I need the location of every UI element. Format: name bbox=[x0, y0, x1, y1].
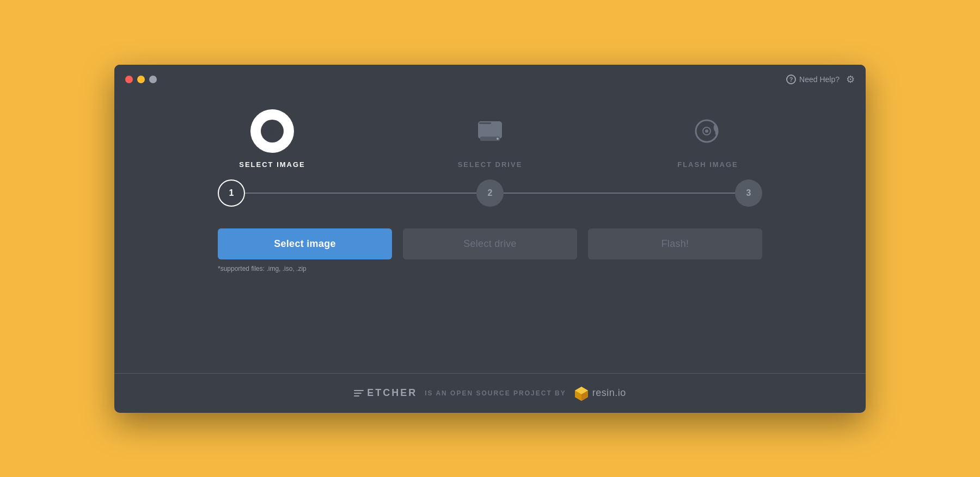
select-image-button[interactable]: Select image bbox=[218, 228, 392, 259]
line-2 bbox=[354, 393, 362, 394]
etcher-logo: ETCHER bbox=[354, 387, 417, 399]
step-2-label: SELECT DRIVE bbox=[458, 160, 523, 169]
footer-tagline: IS AN OPEN SOURCE PROJECT BY bbox=[425, 389, 566, 397]
flash-button[interactable]: Flash! bbox=[588, 228, 762, 259]
titlebar-right: ? Need Help? ⚙ bbox=[786, 73, 855, 85]
drive-icon bbox=[471, 113, 509, 150]
help-icon: ? bbox=[786, 75, 796, 84]
svg-rect-6 bbox=[479, 122, 491, 124]
minimize-button[interactable] bbox=[137, 76, 145, 83]
app-window: ? Need Help? ⚙ SELECT IMAGE bbox=[114, 65, 866, 413]
close-button[interactable] bbox=[125, 76, 133, 83]
progress-row: 1 2 3 bbox=[218, 179, 762, 207]
svg-point-2 bbox=[271, 129, 274, 133]
resin-text: resin.io bbox=[592, 387, 626, 399]
help-link[interactable]: ? Need Help? bbox=[786, 75, 840, 84]
titlebar: ? Need Help? ⚙ bbox=[114, 65, 866, 93]
step-1-icon-block: SELECT IMAGE bbox=[218, 109, 327, 169]
resin-cube-icon bbox=[574, 386, 589, 401]
etcher-lines-decoration bbox=[354, 390, 364, 397]
disc-icon bbox=[260, 119, 285, 144]
select-image-block: Select image *supported files: .img, .is… bbox=[218, 228, 392, 272]
resin-logo: resin.io bbox=[574, 386, 626, 401]
step-node-1: 1 bbox=[218, 179, 245, 207]
main-content: SELECT IMAGE SELECT DRIVE bbox=[114, 93, 866, 357]
line-1 bbox=[354, 390, 364, 391]
flash-image-icon-circle bbox=[686, 109, 730, 153]
select-drive-block: Select drive bbox=[403, 228, 577, 259]
svg-point-5 bbox=[497, 138, 499, 140]
flash-block: Flash! bbox=[588, 228, 762, 259]
svg-point-9 bbox=[705, 129, 708, 133]
footer: ETCHER IS AN OPEN SOURCE PROJECT BY resi… bbox=[114, 374, 866, 413]
step-2-icon-block: SELECT DRIVE bbox=[436, 109, 544, 169]
maximize-button[interactable] bbox=[149, 76, 157, 83]
step-nodes: 1 2 3 bbox=[218, 179, 762, 207]
step-1-label: SELECT IMAGE bbox=[239, 160, 305, 169]
supported-files-text: *supported files: .img, .iso, .zip bbox=[218, 265, 307, 272]
step-3-label: FLASH IMAGE bbox=[677, 160, 738, 169]
select-drive-icon-circle bbox=[468, 109, 512, 153]
flash-icon bbox=[689, 113, 726, 150]
settings-icon[interactable]: ⚙ bbox=[846, 73, 855, 85]
select-image-icon-circle bbox=[250, 109, 294, 153]
step-node-3: 3 bbox=[735, 179, 762, 207]
window-controls bbox=[125, 76, 157, 83]
help-label: Need Help? bbox=[799, 75, 840, 84]
actions-row: Select image *supported files: .img, .is… bbox=[218, 228, 762, 272]
step-node-2: 2 bbox=[476, 179, 504, 207]
step-3-icon-block: FLASH IMAGE bbox=[653, 109, 762, 169]
steps-icons-row: SELECT IMAGE SELECT DRIVE bbox=[218, 109, 762, 169]
select-drive-button[interactable]: Select drive bbox=[403, 228, 577, 259]
line-3 bbox=[354, 395, 359, 397]
etcher-name: ETCHER bbox=[367, 387, 417, 399]
